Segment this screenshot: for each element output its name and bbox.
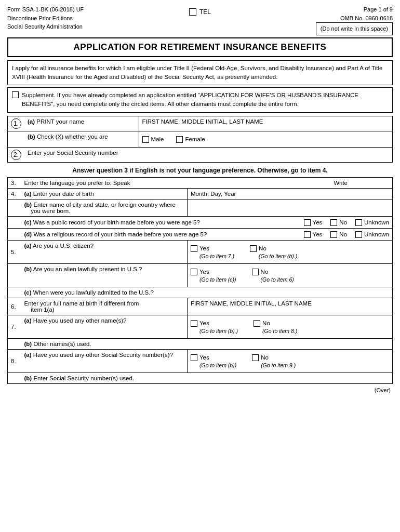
header-left: Form SSA-1-BK (06-2018) UF Discontinue P… (7, 5, 84, 31)
4c-unknown: Unknown (355, 219, 389, 226)
item-7-num: 7. (8, 315, 21, 338)
item-3-write: Write (334, 180, 389, 186)
item-1-num: 1. (8, 116, 25, 131)
item-2-circle: 2. (11, 150, 21, 160)
item-7a-label: (a) Have you used any other name(s)? (21, 315, 188, 338)
8a-no-goto: (Go to item 9.) (261, 362, 296, 368)
intro-text: I apply for all insurance benefits for w… (7, 60, 393, 86)
5a-no-goto: (Go to item (b).) (259, 253, 297, 259)
5a-no-checkbox[interactable] (250, 245, 257, 252)
5b-no-checkbox[interactable] (252, 269, 259, 275)
5b-yes: Yes (191, 268, 236, 275)
4d-yes: Yes (304, 231, 323, 238)
item-8b-row: (b) Enter Social Security number(s) used… (8, 373, 393, 383)
4c-yes-checkbox[interactable] (304, 219, 311, 226)
item-4a-right: Month, Day, Year (188, 188, 393, 199)
item-4d-content: (d) Was a religious record of your birth… (21, 228, 393, 240)
item-5-num: 5. (8, 240, 21, 263)
form-table: 1. (a) PRINT your name FIRST NAME, MIDDL… (7, 116, 393, 163)
item-1b-label: (b) Check (X) whether you are (24, 131, 139, 147)
4d-no-checkbox[interactable] (330, 231, 337, 238)
5a-yes-group: Yes (Go to item 7.) (191, 245, 234, 259)
male-option: Male (142, 136, 164, 143)
item-5a-label: (a) Are you a U.S. citizen? (21, 240, 188, 263)
footer-over: (Over) (7, 387, 393, 393)
7a-no-group: No (Go to item 8.) (254, 320, 297, 334)
item-5b-right: Yes (Go to item (c)) No (Go to item 6) (188, 263, 393, 287)
item-4d-row: (d) Was a religious record of your birth… (8, 228, 393, 240)
8a-yes-group: Yes (Go to item (b)) (191, 354, 236, 368)
item-4c-row: (c) Was a public record of your birth ma… (8, 216, 393, 228)
5a-yes-checkbox[interactable] (191, 245, 197, 252)
8a-yes-checkbox[interactable] (191, 354, 197, 361)
8a-no: No (252, 354, 296, 361)
female-checkbox[interactable] (176, 136, 183, 143)
header: Form SSA-1-BK (06-2018) UF Discontinue P… (7, 5, 393, 35)
item-1a-value: FIRST NAME, MIDDLE INITIAL, LAST NAME (139, 116, 393, 131)
4c-no-checkbox[interactable] (330, 219, 337, 226)
item-2-text: Enter your Social Security number (24, 147, 393, 162)
item-8-num: 8. (8, 349, 21, 373)
tel-checkbox[interactable] (189, 8, 196, 16)
8a-no-group: No (Go to item 9.) (252, 354, 296, 368)
item-4a-label: (a) Enter your date of birth (21, 188, 188, 199)
page-info: Page 1 of 9 (316, 5, 393, 14)
item-5b-label: (b) Are you an alien lawfully present in… (21, 263, 188, 287)
item-6-row: 6. Enter your full name at birth if diff… (8, 298, 393, 315)
4d-no: No (330, 231, 347, 238)
item-5c-text: (c) When were you lawfully admitted to t… (21, 287, 393, 298)
item-1b-empty (8, 131, 25, 147)
5b-yes-checkbox[interactable] (191, 269, 197, 275)
tel-section: TEL (189, 8, 211, 16)
5b-no-goto: (Go to item 6) (261, 276, 294, 283)
5b-no-group: No (Go to item 6) (252, 268, 294, 283)
header-right: Page 1 of 9 OMB No. 0960-0618 (Do not wr… (316, 5, 393, 35)
item-4b-row: (b) Enter name of city and state, or for… (8, 199, 393, 216)
supplement-text: Supplement. If you have already complete… (22, 91, 388, 109)
item-4-num: 4. (8, 188, 21, 199)
4c-unknown-checkbox[interactable] (355, 219, 362, 226)
item-5a-right: Yes (Go to item 7.) No (Go to item (b).) (188, 240, 393, 263)
item-2-row: 2. Enter your Social Security number (8, 147, 393, 162)
supplement-box: Supplement. If you have already complete… (7, 87, 393, 113)
item-4a-row: 4. (a) Enter your date of birth Month, D… (8, 188, 393, 199)
female-option: Female (176, 136, 205, 143)
do-not-write: (Do not write in this space) (316, 22, 393, 35)
5a-yes-goto: (Go to item 7.) (199, 253, 234, 259)
discontinue-label: Discontinue Prior Editions (7, 14, 84, 23)
item-8a-right: Yes (Go to item (b)) No (Go to item 9.) (188, 349, 393, 373)
item-4d-text: (d) Was a religious record of your birth… (24, 231, 207, 237)
male-checkbox[interactable] (142, 136, 149, 143)
item-5a-row: 5. (a) Are you a U.S. citizen? Yes (Go t… (8, 240, 393, 263)
item-8b-empty (8, 373, 21, 383)
item-5b-row: (b) Are you an alien lawfully present in… (8, 263, 393, 287)
item-2-num: 2. (8, 147, 25, 162)
item-7a-row: 7. (a) Have you used any other name(s)? … (8, 315, 393, 338)
item-8a-label: (a) Have you used any other Social Secur… (21, 349, 188, 373)
8a-yes: Yes (191, 354, 236, 361)
male-label: Male (151, 136, 164, 142)
4d-yes-checkbox[interactable] (304, 231, 311, 238)
item-3-num: 3. (8, 177, 21, 188)
item-6-label: Enter your full name at birth if differe… (21, 298, 188, 315)
4d-unknown-checkbox[interactable] (355, 231, 362, 238)
7a-no-goto: (Go to item 8.) (262, 328, 297, 334)
7a-yes-checkbox[interactable] (191, 320, 197, 327)
item-3-content: Enter the language you prefer to: Speak … (21, 177, 393, 188)
5a-no-group: No (Go to item (b).) (250, 245, 297, 259)
item-1a-label: (a) PRINT your name (24, 116, 139, 131)
7a-no-checkbox[interactable] (254, 320, 260, 327)
item-7b-row: (b) Other names(s) used. (8, 338, 393, 349)
item-4c-text: (c) Was a public record of your birth ma… (24, 219, 200, 225)
supplement-checkbox[interactable] (12, 91, 19, 98)
8a-no-checkbox[interactable] (252, 354, 259, 361)
item-8a-row: 8. (a) Have you used any other Social Se… (8, 349, 393, 373)
5a-yes: Yes (191, 245, 234, 252)
item-5c-row: (c) When were you lawfully admitted to t… (8, 287, 393, 298)
4c-no: No (330, 219, 347, 226)
form-id: Form SSA-1-BK (06-2018) UF (7, 5, 84, 14)
item-7b-text: (b) Other names(s) used. (21, 338, 393, 349)
5b-yes-goto: (Go to item (c)) (199, 276, 236, 283)
item-4d-empty (8, 228, 21, 240)
7a-yes: Yes (191, 320, 238, 327)
